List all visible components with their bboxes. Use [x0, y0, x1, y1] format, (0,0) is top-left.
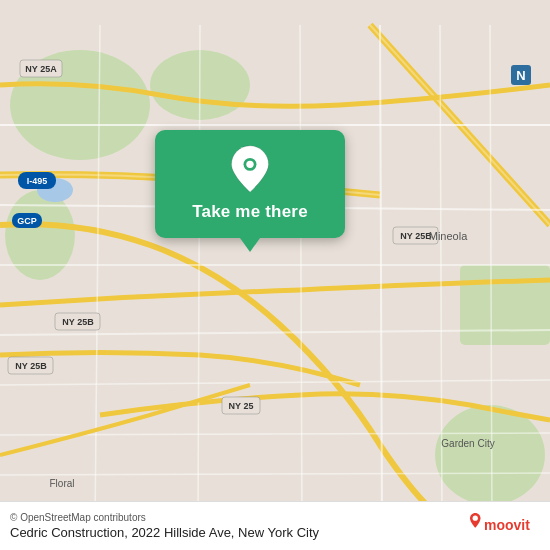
svg-text:NY 25B: NY 25B	[15, 361, 47, 371]
svg-text:Floral: Floral	[49, 478, 74, 489]
take-me-there-button[interactable]: Take me there	[192, 202, 308, 222]
location-name: Cedric Construction, 2022 Hillside Ave, …	[10, 525, 319, 540]
moovit-logo: moovit	[470, 510, 540, 542]
map-background: NY 25A I-495 GCP NY 25B NY 25B NY 25B NY…	[0, 0, 550, 550]
bottom-bar: © OpenStreetMap contributors Cedric Cons…	[0, 501, 550, 550]
svg-text:NY 25: NY 25	[229, 401, 254, 411]
svg-point-3	[5, 190, 75, 280]
svg-text:NY 25A: NY 25A	[25, 64, 57, 74]
moovit-logo-svg: moovit	[470, 510, 540, 542]
svg-point-5	[435, 405, 545, 505]
svg-text:Mineola: Mineola	[429, 230, 468, 242]
svg-text:NY 25B: NY 25B	[400, 231, 432, 241]
take-me-there-card: Take me there	[155, 130, 345, 238]
map-container: NY 25A I-495 GCP NY 25B NY 25B NY 25B NY…	[0, 0, 550, 550]
svg-text:NY 25B: NY 25B	[62, 317, 94, 327]
location-pin-icon	[228, 144, 272, 194]
svg-text:I-495: I-495	[27, 176, 48, 186]
svg-point-43	[473, 516, 478, 521]
svg-rect-4	[460, 265, 550, 345]
svg-text:moovit: moovit	[484, 517, 530, 533]
osm-credit: © OpenStreetMap contributors	[10, 512, 319, 523]
pin-icon-wrapper	[225, 144, 275, 194]
svg-text:N: N	[516, 68, 525, 83]
svg-point-42	[246, 161, 253, 168]
bottom-left-info: © OpenStreetMap contributors Cedric Cons…	[10, 512, 319, 540]
svg-text:GCP: GCP	[17, 216, 37, 226]
svg-text:Garden City: Garden City	[441, 438, 494, 449]
